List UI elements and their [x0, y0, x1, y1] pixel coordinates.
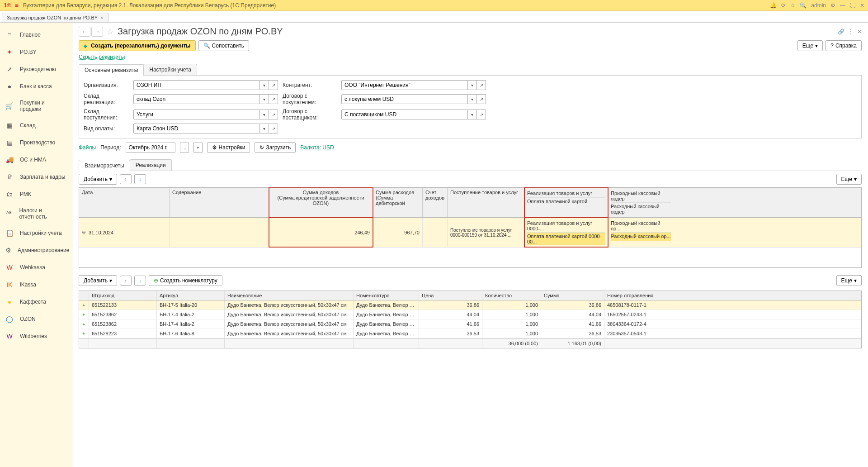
- files-link[interactable]: Файлы: [79, 144, 96, 151]
- sidebar-item-12[interactable]: ⚙Администрирование: [0, 242, 72, 259]
- move-up-icon[interactable]: ↑: [120, 174, 132, 184]
- move-down-icon[interactable]: ↓: [134, 174, 146, 184]
- col-realization[interactable]: Реализация товаров и услуг Оплата платеж…: [524, 188, 608, 217]
- dropdown-icon[interactable]: ▾: [260, 124, 269, 133]
- sidebar-item-17[interactable]: WWildberries: [0, 328, 72, 345]
- star-icon[interactable]: ☆: [790, 2, 795, 9]
- sidebar-item-6[interactable]: ▤Производство: [0, 134, 72, 151]
- col-receipt[interactable]: Поступление товаров и услуг: [448, 188, 524, 217]
- tab-settlements[interactable]: Взаиморасчеты: [79, 160, 130, 171]
- col-qty[interactable]: Количество: [482, 291, 541, 300]
- currency-link[interactable]: Валюта: USD: [300, 144, 334, 151]
- dropdown-icon[interactable]: ▾: [468, 94, 477, 104]
- tab-close-icon[interactable]: ×: [100, 15, 103, 20]
- col-article[interactable]: Артикул: [157, 291, 225, 300]
- tab-accounting-settings[interactable]: Настройки учета: [143, 64, 197, 75]
- page-close-icon[interactable]: ✕: [857, 29, 862, 35]
- close-icon[interactable]: ✕: [860, 2, 864, 9]
- expand-icon[interactable]: ⊕: [82, 229, 86, 235]
- col-cash-order[interactable]: Приходный кассовый ордер Расходный кассо…: [608, 188, 674, 217]
- input-buyer-contract[interactable]: ▾ ↗: [341, 94, 486, 104]
- link-icon[interactable]: 🔗: [838, 29, 844, 35]
- input-warehouse-real[interactable]: ▾ ↗: [133, 94, 278, 104]
- tab-main-requisites[interactable]: Основные реквизиты: [79, 64, 144, 76]
- sidebar-item-9[interactable]: 🗂РМК: [0, 186, 72, 203]
- dropdown-icon[interactable]: ▾: [260, 94, 269, 104]
- col-date[interactable]: Дата: [79, 188, 170, 217]
- grid-more-button[interactable]: Еще ▾: [836, 174, 862, 185]
- open-icon[interactable]: ↗: [269, 94, 278, 104]
- sidebar-item-13[interactable]: WWebkassa: [0, 259, 72, 276]
- kebab-icon[interactable]: ⋮: [848, 29, 854, 35]
- tab-realizations[interactable]: Реализации: [130, 159, 172, 171]
- sidebar-item-0[interactable]: ≡Главное: [0, 26, 72, 43]
- add-icon[interactable]: +: [79, 300, 89, 310]
- sidebar-item-16[interactable]: ◯OZON: [0, 310, 72, 328]
- open-icon[interactable]: ↗: [477, 80, 486, 90]
- sidebar-item-7[interactable]: 🚚ОС и НМА: [0, 151, 72, 168]
- favorite-icon[interactable]: ☆: [107, 27, 114, 37]
- col-sum[interactable]: Сумма: [541, 291, 604, 300]
- dropdown-icon[interactable]: ▾: [260, 110, 269, 119]
- sidebar-item-11[interactable]: 📋Настройки учета: [0, 224, 72, 242]
- open-icon[interactable]: ↗: [477, 110, 486, 119]
- open-icon[interactable]: ↗: [269, 80, 278, 90]
- input-payment-type[interactable]: ▾ ↗: [133, 124, 278, 133]
- sidebar-item-8[interactable]: ₽Зарплата и кадры: [0, 168, 72, 186]
- compare-button[interactable]: 🔍 Сопоставить: [198, 40, 249, 51]
- item-row[interactable]: +651523862БН-17-4 Italia-2Дудо Банкетка,…: [79, 319, 861, 329]
- minimize-icon[interactable]: —: [840, 2, 845, 9]
- add-icon[interactable]: +: [79, 310, 89, 319]
- bottom-more-button[interactable]: Еще ▾: [836, 275, 862, 286]
- move-up-icon[interactable]: ↑: [120, 276, 132, 286]
- open-icon[interactable]: ↗: [477, 94, 486, 104]
- create-nomenclature-button[interactable]: ⊕ Создать номенклатуру: [149, 275, 222, 286]
- document-tab[interactable]: Загрузка продаж OZON по дням PO.BY ×: [2, 13, 108, 22]
- hide-requisites-link[interactable]: Скрыть реквизиты: [79, 54, 125, 60]
- sidebar-item-14[interactable]: iKiKassa: [0, 276, 72, 293]
- create-button[interactable]: Создать (перезаполнить) документы: [79, 40, 196, 51]
- add-icon[interactable]: +: [79, 329, 89, 338]
- grid-row[interactable]: ⊕31.10.2024 246,49 967,70 Поступление то…: [79, 218, 861, 248]
- bell-icon[interactable]: 🔔: [770, 2, 777, 9]
- sidebar-item-3[interactable]: ●Банк и касса: [0, 78, 72, 95]
- sidebar-item-10[interactable]: ᴬᴮНалоги и отчетность: [0, 203, 72, 224]
- user-label[interactable]: admin: [811, 2, 826, 9]
- col-income[interactable]: Сумма доходов (Сумма кредиторской задолж…: [269, 188, 373, 217]
- period-input[interactable]: [126, 143, 175, 152]
- dropdown-icon[interactable]: ▾: [260, 80, 269, 90]
- input-organization[interactable]: ▾ ↗: [133, 80, 278, 90]
- input-warehouse-in[interactable]: ▾ ↗: [133, 110, 278, 119]
- item-row[interactable]: +651522133БН-17-5 Italia-20Дудо Банкетка…: [79, 300, 861, 310]
- add-icon[interactable]: +: [79, 319, 89, 329]
- settings-button[interactable]: ⚙ Настройки: [207, 142, 250, 153]
- more-button[interactable]: Еще ▾: [797, 40, 823, 51]
- col-name[interactable]: Наименование: [225, 291, 354, 300]
- period-select-icon[interactable]: …: [180, 143, 189, 152]
- sidebar-item-1[interactable]: ✦PO.BY: [0, 43, 72, 61]
- col-price[interactable]: Цена: [419, 291, 482, 300]
- sidebar-item-4[interactable]: 🛒Покупки и продажи: [0, 95, 72, 117]
- history-icon[interactable]: ⟳: [781, 2, 786, 9]
- maximize-icon[interactable]: ⛶: [850, 2, 855, 9]
- sidebar-item-15[interactable]: ●Каффеста: [0, 293, 72, 310]
- col-shipment[interactable]: Номер отправления: [604, 291, 672, 300]
- move-down-icon[interactable]: ↓: [134, 276, 146, 286]
- menu-icon[interactable]: ≡: [15, 2, 19, 9]
- open-icon[interactable]: ↗: [269, 110, 278, 119]
- add-button-2[interactable]: Добавить ▾: [79, 275, 117, 286]
- sidebar-item-5[interactable]: ▦Склад: [0, 117, 72, 134]
- add-button[interactable]: Добавить ▾: [79, 174, 117, 185]
- search-icon[interactable]: 🔍: [800, 2, 807, 9]
- item-row[interactable]: +651523862БН-17-4 Italia-2Дудо Банкетка,…: [79, 310, 861, 319]
- input-supplier-contract[interactable]: ▾ ↗: [341, 110, 486, 119]
- load-button[interactable]: ↻ Загрузить: [255, 142, 296, 153]
- dropdown-icon[interactable]: ▾: [468, 80, 477, 90]
- help-button[interactable]: ? Справка: [826, 40, 862, 51]
- col-expense[interactable]: Сумма расходов (Сумма дебиторской: [373, 188, 423, 217]
- nav-back-icon[interactable]: ←: [79, 27, 90, 37]
- dropdown-icon[interactable]: ▾: [468, 110, 477, 119]
- col-nomenclature[interactable]: Номенклатура: [354, 291, 419, 300]
- col-content[interactable]: Содержание: [170, 188, 269, 217]
- period-step-icon[interactable]: ÷: [193, 143, 203, 152]
